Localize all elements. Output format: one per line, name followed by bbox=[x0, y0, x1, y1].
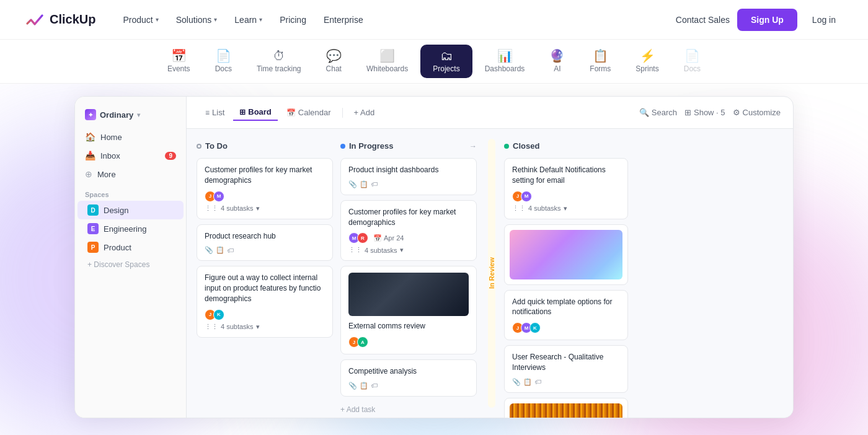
add-view-button[interactable]: + Add bbox=[348, 105, 381, 120]
discover-spaces-button[interactable]: + Discover Spaces bbox=[78, 257, 184, 273]
logo-text: ClickUp bbox=[50, 12, 95, 27]
tab-events[interactable]: 📅 Events bbox=[155, 45, 203, 78]
card-image bbox=[348, 273, 469, 316]
login-link[interactable]: Log in bbox=[805, 9, 843, 31]
nav-links: Product ▾ Solutions ▾ Learn ▾ Pricing En… bbox=[115, 10, 675, 30]
product-space-icon: P bbox=[87, 242, 99, 253]
chevron-icon: ▾ bbox=[564, 204, 567, 213]
chevron-icon: ▾ bbox=[256, 323, 260, 331]
subtask-icon: ⋮⋮ bbox=[348, 246, 362, 254]
table-row[interactable]: Rethink Default Notifications setting fo… bbox=[504, 158, 628, 219]
tab-forms[interactable]: 📋 Forms bbox=[577, 45, 623, 78]
doc-icon: 📋 bbox=[360, 382, 368, 390]
sidebar-item-more[interactable]: ⊕ More bbox=[75, 165, 186, 183]
card-image bbox=[510, 230, 622, 279]
table-row[interactable]: Competitive analysis 📎 📋 🏷 bbox=[340, 359, 477, 397]
add-task-button[interactable]: + Add task bbox=[340, 402, 477, 418]
view-tab-list[interactable]: ≡ List bbox=[199, 105, 231, 120]
calendar-view-icon: 📅 bbox=[286, 108, 296, 117]
sidebar-item-product[interactable]: P Product bbox=[78, 238, 184, 257]
table-row[interactable] bbox=[504, 224, 628, 285]
attachment-icon: 📎 bbox=[512, 378, 521, 386]
customize-button[interactable]: ⚙ Customize bbox=[733, 108, 781, 117]
tab-chat[interactable]: 💬 Chat bbox=[314, 45, 354, 78]
card-avatars: J M bbox=[205, 191, 325, 202]
spaces-section-label: Spaces bbox=[75, 183, 186, 201]
nav-product[interactable]: Product ▾ bbox=[115, 10, 166, 30]
app-window: ✦ Ordinary ▾ 🏠 Home 📥 Inbox 9 ⊕ More Spa… bbox=[74, 96, 794, 418]
sidebar-item-inbox[interactable]: 📥 Inbox 9 bbox=[75, 146, 186, 165]
engineering-space-icon: E bbox=[87, 223, 99, 234]
show-icon: ⊞ bbox=[684, 108, 691, 117]
date-label: 📅 Apr 24 bbox=[373, 234, 404, 242]
chevron-icon: ▾ bbox=[400, 246, 404, 254]
card-icons: 📎 📋 🏷 bbox=[348, 382, 469, 390]
table-row[interactable]: Add quick template options for notificat… bbox=[504, 290, 628, 341]
kanban-board: To Do Customer profiles for key market d… bbox=[187, 129, 793, 418]
doc-icon: 📋 bbox=[523, 378, 532, 386]
view-tab-calendar[interactable]: 📅 Calendar bbox=[280, 105, 337, 120]
nav-learn[interactable]: Learn ▾ bbox=[227, 10, 270, 30]
docs-icon: 📄 bbox=[216, 50, 231, 62]
sidebar-item-home[interactable]: 🏠 Home bbox=[75, 128, 186, 146]
avatar: A bbox=[357, 336, 368, 348]
column-inprogress: In Progress → Product insight dashboards… bbox=[340, 139, 477, 408]
top-navigation: ClickUp Product ▾ Solutions ▾ Learn ▾ Pr… bbox=[0, 0, 868, 40]
view-tab-board[interactable]: ⊞ Board bbox=[233, 104, 278, 121]
signup-button[interactable]: Sign Up bbox=[737, 9, 797, 31]
subtask-icon: ⋮⋮ bbox=[205, 204, 218, 213]
sidebar-item-design[interactable]: D Design bbox=[78, 201, 184, 219]
col-expand-arrow[interactable]: → bbox=[469, 142, 477, 151]
table-row[interactable]: User Research - Qualitative Interviews 📎… bbox=[504, 345, 628, 393]
tab-dashboards[interactable]: 📊 Dashboards bbox=[472, 45, 538, 78]
ai-icon: 🔮 bbox=[549, 50, 565, 62]
tab-projects[interactable]: 🗂 Projects bbox=[420, 45, 472, 78]
card-icons: 📎 📋 🏷 bbox=[512, 378, 620, 386]
time-tracking-icon: ⏱ bbox=[273, 50, 285, 62]
card-avatars: J K bbox=[205, 309, 325, 320]
card-avatars: M R bbox=[348, 232, 368, 244]
logo[interactable]: ClickUp bbox=[25, 10, 95, 30]
workspace-selector[interactable]: ✦ Ordinary ▾ bbox=[75, 107, 186, 128]
chevron-icon: ▾ bbox=[256, 204, 260, 213]
inbox-badge: 9 bbox=[165, 152, 176, 160]
tab-docs2[interactable]: 📄 Docs bbox=[671, 45, 713, 78]
pink-image-placeholder bbox=[510, 230, 622, 279]
forms-icon: 📋 bbox=[593, 50, 608, 62]
tab-ai[interactable]: 🔮 AI bbox=[537, 45, 577, 78]
feature-tabs-bar: 📅 Events 📄 Docs ⏱ Time tracking 💬 Chat ⬜… bbox=[0, 40, 868, 84]
table-row[interactable]: Product research hub 📎 📋 🏷 bbox=[197, 224, 333, 261]
sidebar-item-engineering[interactable]: E Engineering bbox=[78, 219, 184, 238]
nav-pricing[interactable]: Pricing bbox=[272, 10, 314, 30]
list-view-icon: ≡ bbox=[205, 108, 210, 117]
card-icons: 📎 📋 🏷 bbox=[205, 246, 325, 254]
subtasks-label: ⋮⋮ 4 subtasks ▾ bbox=[205, 204, 325, 213]
search-button[interactable]: 🔍 Search bbox=[639, 108, 677, 117]
subtasks-label: ⋮⋮ 4 subtasks ▾ bbox=[512, 204, 620, 213]
tab-time-tracking[interactable]: ⏱ Time tracking bbox=[244, 45, 314, 78]
contact-sales-link[interactable]: Contact Sales bbox=[676, 15, 730, 25]
clickup-logo-icon bbox=[25, 10, 45, 30]
avatar: R bbox=[357, 232, 368, 244]
chevron-down-icon: ▾ bbox=[137, 112, 140, 118]
avatar: K bbox=[529, 322, 541, 333]
table-row[interactable]: Customer profiles for key market demogra… bbox=[197, 158, 333, 219]
nav-right-actions: Contact Sales Sign Up Log in bbox=[676, 9, 843, 31]
tab-sprints[interactable]: ⚡ Sprints bbox=[623, 45, 671, 78]
toolbar-right-actions: 🔍 Search ⊞ Show · 5 ⚙ Customize bbox=[639, 108, 781, 117]
table-row[interactable]: External comms review J A bbox=[340, 266, 477, 354]
nav-solutions[interactable]: Solutions ▾ bbox=[169, 10, 225, 30]
tab-whiteboards[interactable]: ⬜ Whiteboards bbox=[354, 45, 420, 78]
table-row[interactable] bbox=[504, 398, 628, 418]
avatar: M bbox=[213, 191, 224, 202]
main-content: ✦ Ordinary ▾ 🏠 Home 📥 Inbox 9 ⊕ More Spa… bbox=[0, 84, 868, 431]
table-row[interactable]: Customer profiles for key market demogra… bbox=[340, 200, 477, 261]
show-button[interactable]: ⊞ Show · 5 bbox=[684, 108, 725, 117]
table-row[interactable]: Product insight dashboards 📎 📋 🏷 bbox=[340, 158, 477, 195]
nav-enterprise[interactable]: Enterprise bbox=[316, 10, 371, 30]
table-row[interactable]: Figure out a way to collect internal inp… bbox=[197, 266, 333, 337]
subtasks-label: ⋮⋮ 4 subtasks ▾ bbox=[348, 246, 469, 254]
tab-docs[interactable]: 📄 Docs bbox=[203, 45, 244, 78]
customize-icon: ⚙ bbox=[733, 108, 740, 117]
card-avatars: J M K bbox=[512, 322, 620, 333]
